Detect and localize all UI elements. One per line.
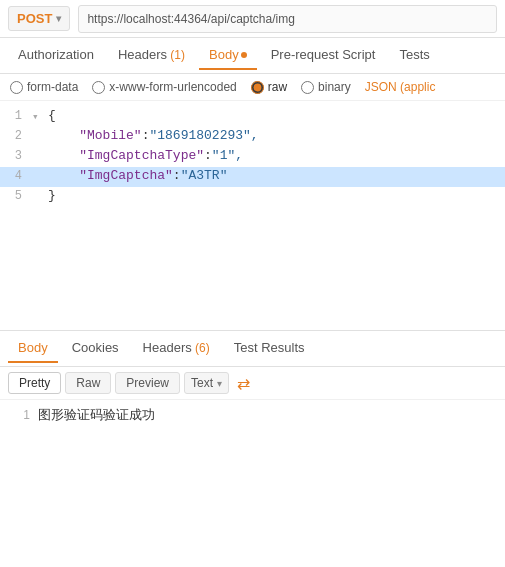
method-button[interactable]: POST ▾ xyxy=(8,6,70,31)
line-number: 4 xyxy=(0,168,32,183)
tab-pre-request-script[interactable]: Pre-request Script xyxy=(261,41,386,70)
chevron-down-icon: ▾ xyxy=(56,13,61,24)
tab-headers[interactable]: Headers (1) xyxy=(108,41,195,70)
top-bar: POST ▾ xyxy=(0,0,505,38)
resp-tab-cookies[interactable]: Cookies xyxy=(62,334,129,363)
radio-raw[interactable]: raw xyxy=(251,80,287,94)
code-line: 2 "Mobile":"18691802293", xyxy=(0,127,505,147)
resp-tab-badge: (6) xyxy=(192,341,210,355)
json-type-label: JSON (applic xyxy=(365,80,436,94)
code-line: 4 "ImgCaptcha":"A3TR" xyxy=(0,167,505,187)
line-number: 5 xyxy=(0,188,32,203)
response-line: 1图形验证码验证成功 xyxy=(10,406,495,424)
url-input[interactable] xyxy=(78,5,497,33)
resp-type-select[interactable]: Text▾ xyxy=(184,372,229,394)
line-arrow: ▾ xyxy=(32,108,46,123)
radio-label-form-data: form-data xyxy=(27,80,78,94)
line-arrow xyxy=(32,128,46,130)
resp-line-number: 1 xyxy=(10,408,30,422)
line-arrow xyxy=(32,188,46,190)
resp-btn-preview[interactable]: Preview xyxy=(115,372,180,394)
radio-input-binary[interactable] xyxy=(301,81,314,94)
line-content: "Mobile":"18691802293", xyxy=(46,128,505,143)
line-content: { xyxy=(46,108,505,123)
tab-tests[interactable]: Tests xyxy=(389,41,439,70)
code-editor[interactable]: 1▾{2 "Mobile":"18691802293",3 "ImgCaptch… xyxy=(0,101,505,331)
resp-tab-test-results[interactable]: Test Results xyxy=(224,334,315,363)
tab-body[interactable]: Body xyxy=(199,41,257,70)
line-content: "ImgCaptcha":"A3TR" xyxy=(46,168,505,183)
resp-btn-pretty[interactable]: Pretty xyxy=(8,372,61,394)
radio-label-binary: binary xyxy=(318,80,351,94)
line-number: 3 xyxy=(0,148,32,163)
code-line: 1▾{ xyxy=(0,107,505,127)
chevron-down-icon: ▾ xyxy=(217,378,222,389)
wrap-icon[interactable]: ⇄ xyxy=(237,374,250,393)
line-content: } xyxy=(46,188,505,203)
tab-authorization[interactable]: Authorization xyxy=(8,41,104,70)
line-arrow xyxy=(32,148,46,150)
radio-input-form-data[interactable] xyxy=(10,81,23,94)
radio-label-raw: raw xyxy=(268,80,287,94)
radio-form-data[interactable]: form-data xyxy=(10,80,78,94)
code-line: 3 "ImgCaptchaType":"1", xyxy=(0,147,505,167)
radio-label-urlencoded: x-www-form-urlencoded xyxy=(109,80,236,94)
response-controls: PrettyRawPreviewText▾⇄ xyxy=(0,367,505,400)
radio-binary[interactable]: binary xyxy=(301,80,351,94)
line-number: 2 xyxy=(0,128,32,143)
response-body: 1图形验证码验证成功 xyxy=(0,400,505,430)
response-tabs: BodyCookiesHeaders (6)Test Results xyxy=(0,331,505,367)
radio-input-urlencoded[interactable] xyxy=(92,81,105,94)
tab-badge: (1) xyxy=(167,48,185,62)
radio-input-raw[interactable] xyxy=(251,81,264,94)
resp-tab-headers[interactable]: Headers (6) xyxy=(133,334,220,363)
body-options-row: form-datax-www-form-urlencodedrawbinaryJ… xyxy=(0,74,505,101)
line-arrow xyxy=(32,168,46,170)
resp-btn-raw[interactable]: Raw xyxy=(65,372,111,394)
method-label: POST xyxy=(17,11,52,26)
line-number: 1 xyxy=(0,108,32,123)
resp-type-label: Text xyxy=(191,376,213,390)
tab-dot xyxy=(241,52,247,58)
resp-line-text: 图形验证码验证成功 xyxy=(38,406,155,424)
resp-tab-body[interactable]: Body xyxy=(8,334,58,363)
line-content: "ImgCaptchaType":"1", xyxy=(46,148,505,163)
code-line: 5} xyxy=(0,187,505,207)
request-tabs: AuthorizationHeaders (1)BodyPre-request … xyxy=(0,38,505,74)
radio-urlencoded[interactable]: x-www-form-urlencoded xyxy=(92,80,236,94)
